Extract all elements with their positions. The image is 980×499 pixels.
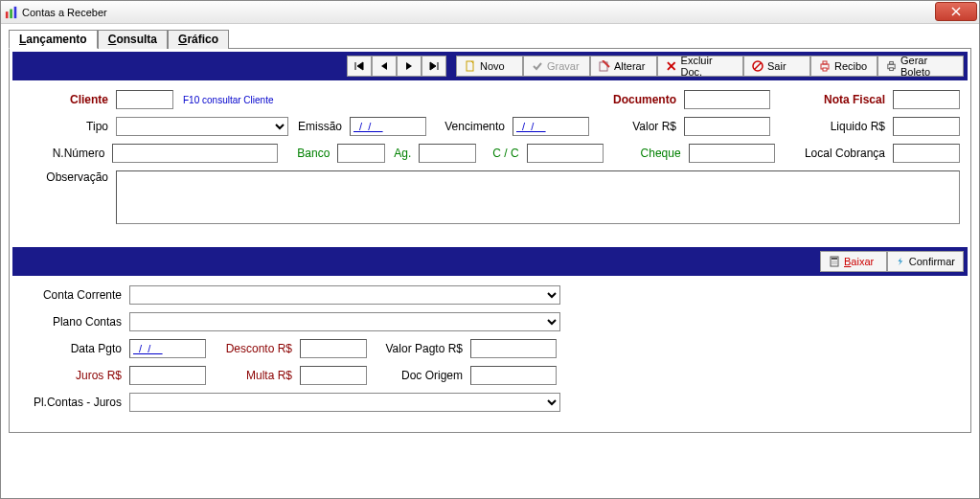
svg-point-22 xyxy=(832,262,832,263)
pl-contas-juros-label: Pl.Contas - Juros xyxy=(20,396,125,409)
data-pgto-input[interactable] xyxy=(129,339,206,358)
arrow-right-icon xyxy=(403,60,415,72)
alterar-label: Alterar xyxy=(614,60,645,72)
tab-consulta[interactable]: Consulta xyxy=(98,30,168,49)
novo-label: Novo xyxy=(480,60,505,72)
baixar-label: Baixar xyxy=(844,256,874,267)
observacao-input[interactable] xyxy=(116,170,960,224)
sair-button[interactable]: Sair xyxy=(743,56,810,77)
confirmar-button[interactable]: Confirmar xyxy=(887,251,964,272)
vencimento-input[interactable] xyxy=(513,117,589,136)
valor-pagto-rs-input[interactable] xyxy=(470,339,557,358)
title-bar: Contas a Receber xyxy=(1,1,979,24)
form-top: Cliente F10 consultar Cliente Documento … xyxy=(12,80,968,241)
nav-next-button[interactable] xyxy=(397,56,422,77)
baixar-button[interactable]: Baixar xyxy=(820,251,887,272)
svg-point-19 xyxy=(832,261,832,261)
svg-rect-16 xyxy=(890,68,894,71)
arrow-left-icon xyxy=(378,60,390,72)
excluir-button[interactable]: Excluir Doc. xyxy=(657,56,743,77)
plano-contas-label: Plano Contas xyxy=(20,315,125,329)
ag-input[interactable] xyxy=(419,144,476,163)
window-title: Contas a Receber xyxy=(22,7,107,18)
document-new-icon xyxy=(465,60,476,72)
svg-point-20 xyxy=(833,261,834,261)
n-numero-input[interactable] xyxy=(112,144,278,163)
svg-line-10 xyxy=(755,63,762,70)
cheque-label: Cheque xyxy=(611,147,685,160)
svg-rect-15 xyxy=(890,61,894,64)
ag-label: Ag. xyxy=(389,147,415,160)
recibo-button[interactable]: Recibo xyxy=(810,56,877,77)
check-icon xyxy=(532,60,543,72)
recibo-label: Recibo xyxy=(834,60,867,72)
valor-rs-label: Valor R$ xyxy=(604,120,680,133)
tipo-select[interactable] xyxy=(116,117,288,136)
cliente-input[interactable] xyxy=(116,90,173,109)
nav-first-button[interactable] xyxy=(347,56,372,77)
documento-label: Documento xyxy=(604,93,680,106)
conta-corrente-select[interactable] xyxy=(129,285,560,305)
documento-input[interactable] xyxy=(684,90,770,109)
svg-rect-18 xyxy=(832,258,837,260)
local-cobranca-label: Local Cobrança xyxy=(779,147,889,160)
printer-icon xyxy=(819,60,831,72)
cheque-input[interactable] xyxy=(689,144,775,163)
plano-contas-select[interactable] xyxy=(129,312,560,331)
novo-button[interactable]: Novo xyxy=(456,56,523,77)
local-cobranca-input[interactable] xyxy=(893,144,960,163)
liquido-rs-input[interactable] xyxy=(893,117,960,136)
doc-origem-input[interactable] xyxy=(470,366,557,385)
window: Contas a Receber Lançamento Consulta Grá… xyxy=(0,0,980,499)
valor-rs-input[interactable] xyxy=(684,117,770,136)
svg-point-23 xyxy=(833,262,834,263)
nav-prev-button[interactable] xyxy=(372,56,397,77)
desconto-rs-label: Desconto R$ xyxy=(210,342,296,355)
svg-rect-12 xyxy=(823,61,827,64)
excluir-label: Excluir Doc. xyxy=(681,55,735,78)
content-area: Lançamento Consulta Gráfico xyxy=(1,24,979,438)
observacao-label: Observação xyxy=(20,170,112,184)
multa-rs-label: Multa R$ xyxy=(210,369,296,382)
svg-rect-1 xyxy=(10,9,12,18)
juros-rs-input[interactable] xyxy=(129,366,206,385)
tipo-label: Tipo xyxy=(20,120,112,133)
panel-lancamento: Novo Gravar Alterar Excluir Doc. Sair xyxy=(9,49,971,433)
delete-x-icon xyxy=(666,60,677,72)
confirmar-label: Confirmar xyxy=(909,256,955,267)
sair-label: Sair xyxy=(767,60,786,72)
nav-last-button[interactable] xyxy=(422,56,446,77)
pl-contas-juros-select[interactable] xyxy=(129,393,560,412)
emissao-input[interactable] xyxy=(350,117,426,136)
cc-input[interactable] xyxy=(527,144,604,163)
arrow-first-icon xyxy=(353,60,365,72)
multa-rs-input[interactable] xyxy=(300,366,367,385)
close-button[interactable] xyxy=(935,2,977,21)
toolbar-baixa: Baixar Confirmar xyxy=(12,247,968,276)
svg-rect-2 xyxy=(14,6,17,17)
gerar-boleto-label: Gerar Boleto xyxy=(900,55,955,78)
calculator-icon xyxy=(829,256,840,267)
cc-label: C / C xyxy=(480,147,522,160)
cliente-hint: F10 consultar Cliente xyxy=(183,95,274,105)
nota-fiscal-input[interactable] xyxy=(893,90,960,109)
svg-point-21 xyxy=(835,261,836,261)
cliente-label: Cliente xyxy=(20,93,112,106)
gerar-boleto-button[interactable]: Gerar Boleto xyxy=(877,56,964,77)
toolbar-main: Novo Gravar Alterar Excluir Doc. Sair xyxy=(12,52,968,80)
gravar-button[interactable]: Gravar xyxy=(523,56,590,77)
lightning-icon xyxy=(896,256,905,267)
svg-point-24 xyxy=(835,262,836,263)
svg-rect-13 xyxy=(823,68,827,71)
n-numero-label: N.Número xyxy=(20,147,108,160)
vencimento-label: Vencimento xyxy=(430,120,509,133)
edit-icon xyxy=(599,60,610,72)
tab-grafico[interactable]: Gráfico xyxy=(168,30,229,49)
desconto-rs-input[interactable] xyxy=(300,339,367,358)
banco-input[interactable] xyxy=(337,144,385,163)
no-entry-icon xyxy=(752,60,763,72)
alterar-button[interactable]: Alterar xyxy=(590,56,657,77)
juros-rs-label: Juros R$ xyxy=(20,369,125,382)
tab-lancamento[interactable]: Lançamento xyxy=(9,30,98,49)
printer-icon-2 xyxy=(886,60,897,72)
